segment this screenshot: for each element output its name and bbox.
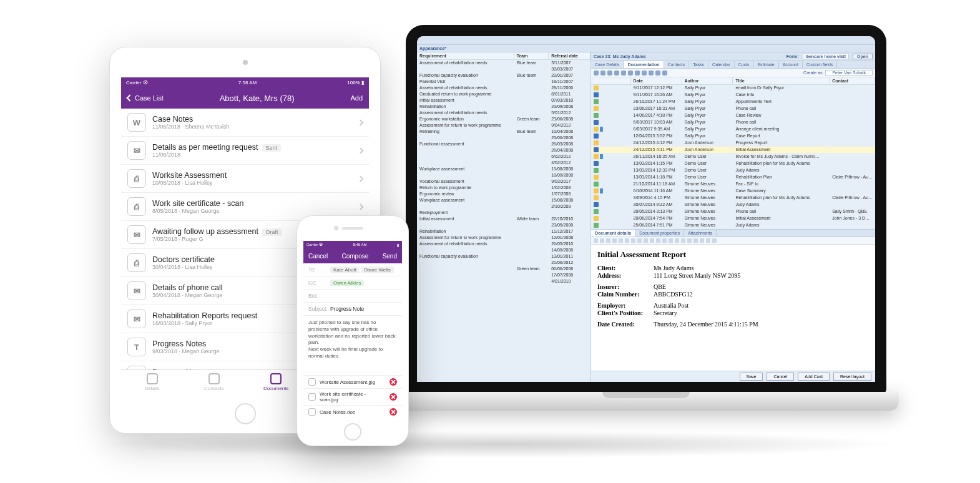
table-row[interactable]: 13/03/2014 1:18 PMDemo UserRehabilitatio… bbox=[591, 174, 875, 181]
lower-tab-document-details[interactable]: Document details bbox=[591, 230, 635, 237]
table-row[interactable]: 30/05/2014 3:13 PMSimone NeuvesPhone cal… bbox=[591, 208, 875, 215]
toolbar-icon[interactable] bbox=[628, 71, 633, 76]
tab-calendar[interactable]: Calendar bbox=[708, 61, 734, 68]
toolbar-icon[interactable] bbox=[621, 71, 626, 76]
lower-tab-attachments[interactable]: Attachments bbox=[684, 230, 717, 237]
remove-attachment-icon[interactable] bbox=[390, 393, 397, 401]
table-row[interactable]: 23/05/2008 bbox=[417, 222, 590, 228]
table-row[interactable]: Parental Visit18/11/2007 bbox=[417, 79, 590, 85]
rt-icon[interactable] bbox=[594, 238, 598, 243]
rt-icon[interactable] bbox=[700, 238, 704, 243]
table-row[interactable]: Assessment of rehabilitation needs28/11/… bbox=[417, 85, 590, 91]
attachment-row[interactable]: Work site certificate - scan.jpg bbox=[303, 388, 402, 405]
toolbar-icon[interactable] bbox=[607, 71, 612, 76]
table-row[interactable]: Functional capacity evaluationBlue team2… bbox=[417, 72, 590, 79]
phone-home-button[interactable] bbox=[344, 423, 361, 441]
col-date[interactable]: Date bbox=[631, 77, 682, 84]
table-row[interactable]: 17/07/2008 bbox=[417, 272, 590, 278]
tab-tasks[interactable]: Tasks bbox=[689, 61, 708, 68]
table-row[interactable]: Initial assessmentWhite team22/10/2010 bbox=[417, 216, 590, 222]
rt-icon[interactable] bbox=[625, 238, 629, 243]
table-row[interactable]: Rehabilitation23/09/2008 bbox=[417, 104, 590, 110]
list-item[interactable]: W Case Notes 11/05/2018 · Sheena McTavis… bbox=[121, 109, 369, 137]
rt-icon[interactable] bbox=[619, 238, 623, 243]
reset-layout-button[interactable]: Reset layout bbox=[833, 373, 871, 381]
rt-icon[interactable] bbox=[706, 238, 710, 243]
table-row[interactable]: 21/10/2014 11:18 AMSimone NeuvesFax - SI… bbox=[591, 181, 875, 188]
table-row[interactable]: 24/12/2015 4:12 PMJosh AndersonProgress … bbox=[591, 140, 875, 147]
remove-attachment-icon[interactable] bbox=[390, 378, 397, 386]
col-author[interactable]: Author bbox=[682, 77, 733, 84]
compose-body[interactable]: Just phoned to say she has no problems w… bbox=[303, 316, 402, 375]
lower-tab-document-properties[interactable]: Document properties bbox=[635, 230, 684, 237]
table-row[interactable]: Assessment of rehabilitation needs26/05/… bbox=[417, 241, 590, 247]
table-row[interactable]: 6/03/2017 10:03 AMSally PryorPhone call bbox=[591, 119, 875, 126]
col-requirement[interactable]: Requirement bbox=[417, 52, 514, 59]
back-button[interactable]: Case List bbox=[127, 94, 164, 102]
tabbar-contacts[interactable]: Contacts bbox=[183, 370, 245, 394]
rt-icon[interactable] bbox=[662, 238, 667, 243]
form-select[interactable]: Gencare home visit bbox=[803, 54, 850, 59]
table-row[interactable]: 26/10/2017 11:24 PMSally PryorAppointmen… bbox=[591, 99, 875, 105]
table-row[interactable]: 3/09/2014 4:15 PMSimone NeuvesRehabilita… bbox=[591, 195, 875, 202]
toolbar-icon[interactable] bbox=[600, 71, 605, 76]
tab-contacts[interactable]: Contacts bbox=[664, 61, 690, 68]
table-row[interactable]: 25/06/2014 7:51 PMSimone NeuvesJudy Adam… bbox=[591, 222, 875, 229]
open-button[interactable]: Open bbox=[853, 54, 873, 59]
remove-attachment-icon[interactable] bbox=[390, 408, 397, 416]
table-row[interactable]: 12/04/2015 3:52 PMSally PryorCase Report bbox=[591, 133, 875, 140]
add-cost-button[interactable]: Add Cost bbox=[798, 373, 830, 381]
toolbar-icon[interactable] bbox=[635, 71, 640, 76]
table-row[interactable]: Assessment for return to work programme9… bbox=[417, 122, 590, 129]
tab-costs[interactable]: Costs bbox=[735, 61, 754, 68]
attachment-row[interactable]: Case Notes.doc bbox=[303, 405, 402, 418]
table-row[interactable]: Assessment of rehabilitation needs5/01/2… bbox=[417, 110, 590, 116]
tab-case-details[interactable]: Case Details bbox=[591, 61, 624, 68]
toolbar-icon[interactable] bbox=[642, 71, 647, 76]
table-row[interactable]: Redeployment bbox=[417, 210, 590, 216]
rt-icon[interactable] bbox=[656, 238, 660, 243]
table-row[interactable]: 6/10/2014 11:16 AMSimone NeuvesCase Summ… bbox=[591, 188, 875, 195]
subject-field[interactable]: Subject: Progress Note bbox=[303, 303, 402, 316]
bcc-field[interactable]: Bcc: bbox=[303, 290, 402, 303]
desktop-ribbon[interactable] bbox=[417, 36, 875, 45]
table-row[interactable]: Green team06/06/2008 bbox=[417, 266, 590, 272]
rt-icon[interactable] bbox=[631, 238, 635, 243]
table-row[interactable]: 13/03/2014 1:15 PMDemo UserRehabilitatio… bbox=[591, 160, 875, 167]
table-row[interactable]: Workplace assessment15/08/2008 bbox=[417, 166, 590, 172]
table-row[interactable]: Return to work programme1/02/2008 bbox=[417, 185, 590, 191]
table-row[interactable]: Assessment for return to work programme1… bbox=[417, 235, 590, 241]
table-row[interactable]: 26/04/2008 bbox=[417, 147, 590, 154]
table-row[interactable]: Assessment of rehabilitation needsBlue t… bbox=[417, 60, 590, 66]
create-as-select[interactable]: Peter Van Schalk bbox=[825, 70, 873, 76]
table-row[interactable]: Rehabilitation11/12/2017 bbox=[417, 228, 590, 235]
tablet-home-button[interactable] bbox=[235, 403, 256, 424]
table-row[interactable]: Vocational assessment9/03/2017 bbox=[417, 178, 590, 185]
table-row[interactable]: 9/11/2017 12:12 PMSally Pryoremail from … bbox=[591, 85, 875, 92]
rt-icon[interactable] bbox=[675, 238, 679, 243]
col-title[interactable]: Title bbox=[733, 77, 830, 84]
table-row[interactable]: RetrainingBlue team10/04/2008 bbox=[417, 129, 590, 135]
table-row[interactable]: 9/11/2017 10:26 AMSally PryorCase Info bbox=[591, 92, 875, 99]
table-row[interactable]: 14/06/2017 4:18 PMSally PryorCase Review bbox=[591, 112, 875, 119]
attachment-row[interactable]: Worksite Assessment.jpg bbox=[303, 375, 402, 388]
table-row[interactable]: Functional capacity evaluation13/01/2011 bbox=[417, 253, 590, 260]
table-row[interactable]: 24/12/2015 4:11 PMJosh AndersonInitial A… bbox=[591, 147, 875, 154]
table-row[interactable]: 4/02/2012 bbox=[417, 160, 590, 166]
tabbar-details[interactable]: Details bbox=[121, 370, 183, 394]
table-row[interactable]: 4/01/2010 bbox=[417, 278, 590, 285]
rt-icon[interactable] bbox=[637, 238, 642, 243]
table-row[interactable]: 13/03/2014 12:33 PMDemo UserJudy Adams bbox=[591, 167, 875, 174]
list-item[interactable]: ⎙ Worksite Assessment 10/05/2018 · Lisa … bbox=[121, 165, 369, 193]
toolbar-icon[interactable] bbox=[655, 71, 660, 76]
list-item[interactable]: ✉ Details as per meeting requestSent 11/… bbox=[121, 137, 369, 165]
rt-icon[interactable] bbox=[644, 238, 648, 243]
col-team[interactable]: Team bbox=[514, 52, 549, 59]
rt-icon[interactable] bbox=[693, 238, 698, 243]
cancel-button[interactable]: Cancel bbox=[767, 373, 794, 381]
rt-icon[interactable] bbox=[612, 238, 617, 243]
add-button[interactable]: Add bbox=[350, 94, 363, 102]
table-row[interactable]: 2/10/2008 bbox=[417, 203, 590, 210]
table-row[interactable]: 18/09/2008 bbox=[417, 172, 590, 178]
toolbar-icon[interactable] bbox=[649, 71, 654, 76]
